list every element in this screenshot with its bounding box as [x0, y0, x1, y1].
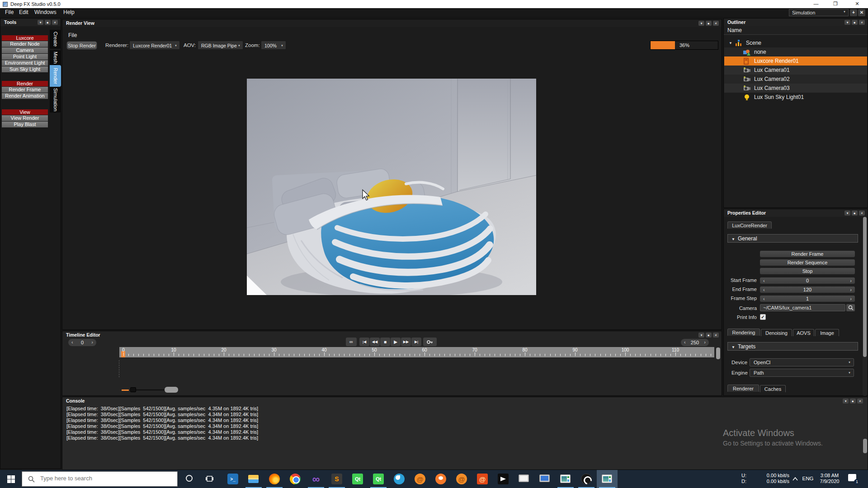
collapse-icon[interactable]: ▼	[38, 20, 43, 25]
stop-button[interactable]: Stop	[760, 268, 855, 274]
tray-chevron-icon[interactable]	[792, 477, 798, 481]
spin-left-icon[interactable]: ‹	[763, 296, 765, 302]
spin-right-icon[interactable]: ›	[850, 296, 852, 302]
float-icon[interactable]: ■	[850, 399, 856, 404]
layout-selector[interactable]: Simulation ▼	[789, 9, 849, 16]
clock[interactable]: 3:08 AM 7/9/2020	[816, 473, 843, 484]
timeline-vscrollbar[interactable]	[716, 347, 720, 359]
orange-swirl-taskbar-button[interactable]: @	[410, 470, 430, 488]
renderer-dropdown[interactable]: Luxcore Render01 ▼	[129, 41, 180, 50]
sublime-text-taskbar-button[interactable]: S	[326, 470, 347, 488]
visual-studio-taskbar-button[interactable]: ∞	[306, 470, 326, 488]
spin-right-icon[interactable]: ›	[850, 277, 852, 284]
tab-aovs[interactable]: AOVS	[793, 329, 814, 336]
qt-assistant-taskbar-button[interactable]: Qt	[368, 470, 389, 488]
tab-denoising[interactable]: Denoising	[761, 329, 792, 336]
task-view-button[interactable]	[200, 470, 220, 488]
close-icon[interactable]: ✕	[713, 333, 719, 338]
powershell-taskbar-button[interactable]: >_	[222, 470, 243, 488]
network-speed[interactable]: U:0.00 kbit/s D:0.00 kbit/s	[741, 473, 789, 484]
render-frame-button[interactable]: Render Frame	[2, 87, 48, 93]
general-section-header[interactable]: ▼General	[727, 234, 858, 243]
qt-creator-taskbar-button[interactable]: Qt	[347, 470, 368, 488]
engine-dropdown[interactable]: Path▼	[750, 369, 854, 377]
render-animation-button[interactable]: Render Animation	[2, 93, 48, 99]
arrow-app-taskbar-button[interactable]	[493, 470, 514, 488]
render-node-button[interactable]: Render Node	[2, 41, 48, 47]
render-view-file-menu[interactable]: File	[68, 32, 77, 38]
camera-button[interactable]: Camera	[2, 47, 48, 53]
tree-item-lux-camera02[interactable]: Lux Camera02	[724, 75, 867, 84]
timeline-ruler[interactable]: 0102030405060708090100110	[119, 347, 714, 357]
device-dropdown[interactable]: OpenCl▼	[750, 358, 854, 366]
tree-item-none[interactable]: none	[724, 47, 867, 56]
spin-right-icon[interactable]: ›	[850, 286, 852, 293]
play-button[interactable]: ▶	[391, 338, 401, 346]
close-icon[interactable]: ✕	[859, 211, 865, 216]
camera-field[interactable]: ~/CAMS/lux_camera1	[760, 304, 845, 311]
properties-scrollbar[interactable]	[863, 217, 867, 396]
tree-item-lux-camera03[interactable]: Lux Camera03	[724, 84, 867, 93]
remote-desktop-taskbar-button[interactable]	[534, 470, 555, 488]
start-frame-spinner[interactable]: ‹0›	[760, 277, 855, 284]
end-frame-spinner[interactable]: ‹120›	[760, 286, 855, 293]
close-icon[interactable]: ✕	[859, 20, 865, 25]
float-icon[interactable]: ■	[852, 20, 858, 25]
sun-sky-light-button[interactable]: Sun Sky Light	[2, 66, 48, 72]
float-icon[interactable]: ■	[45, 20, 51, 25]
close-button[interactable]: ✕	[850, 0, 864, 8]
go-to-start-button[interactable]: |◀	[359, 338, 369, 346]
expand-arrow-icon[interactable]: ▼	[729, 41, 732, 45]
float-icon[interactable]: ■	[706, 333, 712, 338]
spin-right-icon[interactable]: ›	[91, 339, 93, 345]
spin-right-icon[interactable]: ›	[704, 339, 706, 345]
tab-create[interactable]: Create	[50, 30, 61, 49]
krita-taskbar-button[interactable]	[389, 470, 410, 488]
rewind-button[interactable]: ◀◀	[370, 338, 380, 346]
app-window-taskbar-button[interactable]	[555, 470, 576, 488]
console-scrollbar[interactable]	[863, 439, 867, 453]
timeline-hscroll-thumb[interactable]	[165, 387, 178, 393]
cortana-button[interactable]	[180, 470, 200, 488]
spin-left-icon[interactable]: ‹	[763, 277, 765, 284]
add-layout-button[interactable]: +	[850, 9, 857, 16]
menu-help[interactable]: Help	[63, 9, 75, 15]
performance-monitor-taskbar-button[interactable]	[514, 470, 534, 488]
print-info-checkbox[interactable]: ✓	[760, 314, 766, 320]
targets-section-header[interactable]: ▼Targets	[727, 342, 858, 351]
blender-taskbar-button[interactable]	[430, 470, 451, 488]
key-button[interactable]	[423, 338, 437, 346]
close-icon[interactable]: ✕	[52, 20, 58, 25]
spiral-app-taskbar-button[interactable]: @	[472, 470, 493, 488]
minimize-button[interactable]: —	[809, 0, 823, 8]
tab-mesh[interactable]: Mesh	[50, 50, 61, 65]
fast-forward-button[interactable]: ▶▶	[401, 338, 411, 346]
tab-rendering[interactable]: Rendering	[727, 328, 760, 336]
chrome-taskbar-button[interactable]	[285, 470, 306, 488]
tree-item-lux-sun-sky-light01[interactable]: Lux Sun Sky Light01	[724, 93, 867, 102]
end-frame-spinner-timeline[interactable]: ‹250›	[681, 339, 709, 346]
frame-step-spinner[interactable]: ‹1›	[760, 296, 855, 302]
float-icon[interactable]: ■	[852, 211, 858, 216]
close-icon[interactable]: ✕	[713, 21, 719, 26]
restore-button[interactable]: ❐	[829, 0, 842, 8]
tree-item-scene[interactable]: ▼ Scene	[724, 38, 867, 47]
camera-browse-button[interactable]	[846, 304, 855, 311]
collapse-icon[interactable]: ▼	[844, 211, 850, 216]
float-icon[interactable]: ■	[706, 21, 712, 26]
close-layout-button[interactable]: ✕	[858, 9, 865, 16]
view-render-button[interactable]: View Render	[2, 115, 48, 121]
collapse-icon[interactable]: ▼	[698, 21, 704, 26]
search-box[interactable]	[22, 471, 178, 487]
play-blast-button[interactable]: Play Blast	[2, 122, 48, 127]
spin-left-icon[interactable]: ‹	[71, 339, 73, 345]
search-input[interactable]	[40, 475, 171, 482]
menu-edit[interactable]: Edit	[19, 9, 28, 15]
tree-item-luxcore-render01[interactable]: Luxcore Render01	[724, 56, 867, 66]
loop-button[interactable]: ∞	[346, 338, 357, 346]
stop-render-button[interactable]: Stop Render	[66, 41, 97, 50]
tab-luxcorerender[interactable]: LuxCoreRender	[727, 221, 772, 229]
close-icon[interactable]: ✕	[857, 399, 863, 404]
obs-studio-taskbar-button[interactable]	[576, 470, 597, 488]
tab-simulation[interactable]: Simulation	[50, 87, 61, 113]
